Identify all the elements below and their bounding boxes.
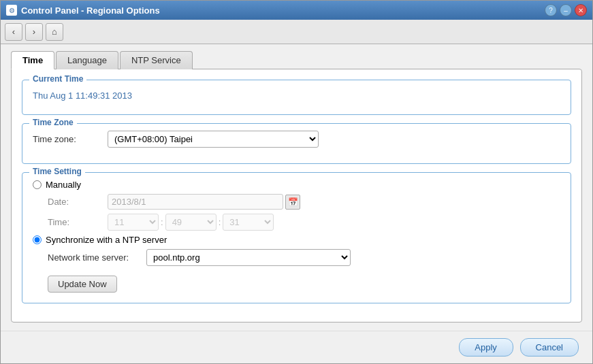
time-zone-label: Time zone:: [33, 134, 108, 144]
time-row: Time: 11 : 49 : 31: [48, 214, 560, 231]
date-input[interactable]: [108, 194, 283, 210]
ntp-subform: Network time server: pool.ntp.org time.w…: [48, 249, 560, 293]
main-window: ⚙ Control Panel - Regional Options ? – ✕…: [0, 0, 593, 364]
ntp-row: Synchronize with a NTP server: [33, 235, 560, 245]
forward-button[interactable]: ›: [25, 23, 43, 41]
colon-2: :: [219, 217, 221, 227]
title-bar-buttons: ? – ✕: [545, 4, 587, 16]
apply-button[interactable]: Apply: [459, 338, 513, 357]
bottom-bar: Apply Cancel: [1, 331, 592, 363]
time-zone-control: (GMT+08:00) Taipei (GMT+00:00) UTC (GMT-…: [108, 131, 319, 148]
close-button[interactable]: ✕: [575, 4, 587, 16]
date-label: Date:: [48, 197, 108, 207]
manually-radio[interactable]: [33, 180, 42, 189]
network-time-label: Network time server:: [48, 252, 146, 263]
minimize-button[interactable]: –: [560, 4, 572, 16]
ntp-server-row: Network time server: pool.ntp.org time.w…: [48, 249, 560, 266]
update-now-button[interactable]: Update Now: [48, 276, 117, 293]
ntp-server-control: pool.ntp.org time.windows.com time.googl…: [146, 249, 351, 266]
colon-1: :: [161, 217, 163, 227]
manually-row: Manually: [33, 180, 560, 190]
ntp-radio[interactable]: [33, 235, 42, 244]
manually-label: Manually: [46, 180, 81, 190]
current-time-value: Thu Aug 1 11:49:31 2013: [33, 87, 560, 104]
time-zone-legend: Time Zone: [29, 118, 77, 127]
help-button[interactable]: ?: [545, 4, 557, 16]
app-icon: ⚙: [6, 5, 17, 16]
manually-subform: Date: 📅 Time: 11 : 49: [48, 194, 560, 231]
calendar-button[interactable]: 📅: [285, 195, 300, 210]
tab-panel-time: Current Time Thu Aug 1 11:49:31 2013 Tim…: [11, 69, 582, 322]
title-bar-left: ⚙ Control Panel - Regional Options: [6, 5, 160, 16]
cancel-button[interactable]: Cancel: [520, 338, 579, 357]
ntp-server-select[interactable]: pool.ntp.org time.windows.com time.googl…: [146, 249, 351, 266]
content-area: Time Language NTP Service Current Time T…: [1, 44, 592, 331]
tab-time[interactable]: Time: [11, 51, 54, 69]
title-bar: ⚙ Control Panel - Regional Options ? – ✕: [1, 1, 592, 20]
tabs: Time Language NTP Service: [11, 51, 582, 69]
tab-ntp-service[interactable]: NTP Service: [120, 51, 193, 69]
second-select[interactable]: 31: [223, 214, 274, 231]
hour-select[interactable]: 11: [108, 214, 159, 231]
time-setting-group: Time Setting Manually Date: 📅: [22, 172, 571, 303]
toolbar: ‹ › ⌂: [1, 20, 592, 44]
home-button[interactable]: ⌂: [46, 23, 63, 41]
time-zone-group: Time Zone Time zone: (GMT+08:00) Taipei …: [22, 123, 571, 164]
time-zone-row: Time zone: (GMT+08:00) Taipei (GMT+00:00…: [33, 131, 560, 148]
time-zone-select[interactable]: (GMT+08:00) Taipei (GMT+00:00) UTC (GMT-…: [108, 131, 319, 148]
current-time-legend: Current Time: [29, 74, 86, 84]
date-row: Date: 📅: [48, 194, 560, 210]
ntp-label: Synchronize with a NTP server: [46, 235, 167, 245]
time-selects: 11 : 49 : 31: [108, 214, 308, 231]
minute-select[interactable]: 49: [165, 214, 217, 231]
time-label: Time:: [48, 217, 108, 227]
current-time-group: Current Time Thu Aug 1 11:49:31 2013: [22, 80, 571, 115]
time-setting-legend: Time Setting: [29, 167, 85, 176]
back-button[interactable]: ‹: [5, 23, 22, 41]
tab-language[interactable]: Language: [56, 51, 118, 69]
window-title: Control Panel - Regional Options: [21, 5, 160, 16]
